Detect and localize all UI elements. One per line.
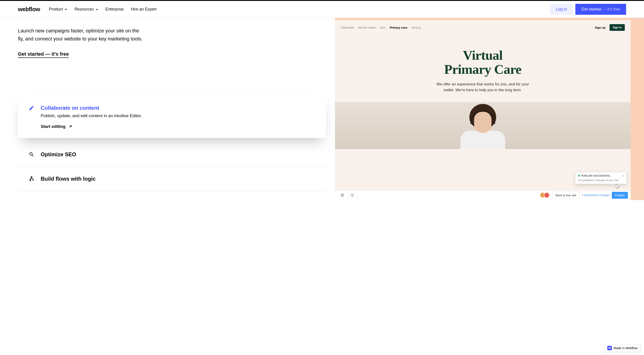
nav-right: Log in Get started — it's free: [550, 4, 626, 15]
cta-main-label: Get started: [581, 7, 601, 12]
card-title: Collaborate on content: [41, 105, 99, 111]
share-icon[interactable]: [348, 190, 357, 200]
collaborator-avatars[interactable]: [542, 192, 550, 198]
toast-header: PUBLISH SUCCESSFUL ×: [578, 174, 624, 177]
globe-icon[interactable]: [338, 190, 348, 200]
brand-logo[interactable]: webflow: [18, 6, 40, 13]
card-collaborate[interactable]: Collaborate on content Publish, update, …: [18, 96, 326, 138]
search-icon: [28, 152, 34, 158]
preview-hero-image: [335, 102, 630, 149]
nav-item-hire-expert[interactable]: Hire an Expert: [131, 7, 156, 12]
preview-hero-title: Virtual Primary Care: [335, 48, 630, 76]
chevron-down-icon: [96, 8, 98, 11]
preview-nav-testing[interactable]: Testing: [411, 26, 420, 29]
svg-rect-1: [30, 180, 31, 181]
card-desc: Publish, update, and edit content in an …: [41, 113, 315, 118]
toast-close-icon[interactable]: ×: [622, 174, 624, 177]
svg-rect-0: [31, 176, 32, 178]
card-body: Publish, update, and edit content in an …: [41, 113, 315, 129]
card-title: Build flows with logic: [41, 176, 96, 182]
preview-nav-telehealth[interactable]: Telehealth: [341, 26, 354, 29]
nav-item-label: Enterprise: [105, 7, 124, 12]
person-illustration: [454, 104, 512, 149]
main-nav: webflow Product Resources Enterprise Hir…: [0, 1, 644, 18]
main-content: Launch new campaigns faster, optimize yo…: [0, 18, 644, 200]
cursor-icon: [616, 184, 620, 189]
right-preview-panel: Telehealth Mental Health Skin Primary ca…: [335, 18, 644, 200]
avatar: [544, 192, 550, 198]
nav-item-label: Product: [49, 7, 63, 12]
flow-icon: [28, 176, 34, 182]
toast-body: You published 2 changes to your site.: [578, 179, 624, 182]
chevron-down-icon: [64, 8, 67, 11]
publish-toast: PUBLISH SUCCESSFUL × You published 2 cha…: [575, 172, 626, 184]
toast-title: PUBLISH SUCCESSFUL: [581, 174, 610, 177]
card-title: Optimize SEO: [41, 151, 76, 158]
card-logic[interactable]: Build flows with logic: [18, 167, 326, 191]
unpublished-changes-link[interactable]: 2 Unpublished Changes: [582, 194, 610, 197]
preview-nav-mental-health[interactable]: Mental Health: [358, 26, 376, 29]
card-head: Collaborate on content: [28, 105, 315, 111]
get-started-button[interactable]: Get started — it's free: [575, 4, 626, 15]
nav-item-product[interactable]: Product: [49, 7, 67, 12]
hero-cta-link[interactable]: Get started — it's free: [18, 51, 69, 58]
site-preview: Telehealth Mental Health Skin Primary ca…: [335, 20, 630, 200]
preview-nav: Telehealth Mental Health Skin Primary ca…: [335, 20, 630, 35]
title-line-1: Virtual: [463, 48, 502, 62]
card-cta-link[interactable]: Start editing: [41, 124, 315, 129]
login-button[interactable]: Log in: [550, 4, 573, 15]
card-cta-label: Start editing: [41, 124, 66, 129]
arrow-up-right-icon: [69, 125, 72, 128]
preview-nav-primary-care[interactable]: Primary care: [390, 26, 407, 29]
preview-nav-skin[interactable]: Skin: [380, 26, 386, 29]
title-line-2: Primary Care: [444, 62, 521, 77]
left-column: Launch new campaigns faster, optimize yo…: [0, 18, 335, 200]
edit-icon: [28, 105, 34, 111]
success-dot-icon: [578, 175, 580, 176]
nav-item-label: Resources: [74, 7, 94, 12]
preview-hero-subtitle: We offer an experience that works for yo…: [434, 81, 532, 93]
editor-toolbar: Back to live site 2 Unpublished Changes …: [335, 190, 630, 200]
preview-signup-link[interactable]: Sign up: [595, 26, 606, 29]
card-head: Optimize SEO: [28, 151, 315, 158]
card-seo[interactable]: Optimize SEO: [18, 142, 326, 167]
publish-button[interactable]: Publish: [612, 192, 628, 199]
back-to-live-button[interactable]: Back to live site: [552, 192, 580, 199]
cta-sub-label: — it's free: [602, 7, 620, 12]
nav-links: Product Resources Enterprise Hire an Exp…: [49, 7, 550, 12]
card-head: Build flows with logic: [28, 176, 315, 182]
nav-item-label: Hire an Expert: [131, 7, 156, 12]
intro-text: Launch new campaigns faster, optimize yo…: [18, 27, 143, 43]
nav-item-enterprise[interactable]: Enterprise: [105, 7, 124, 12]
feature-cards: Collaborate on content Publish, update, …: [18, 96, 326, 191]
nav-item-resources[interactable]: Resources: [74, 7, 98, 12]
preview-signin-button[interactable]: Sign in: [610, 24, 625, 31]
